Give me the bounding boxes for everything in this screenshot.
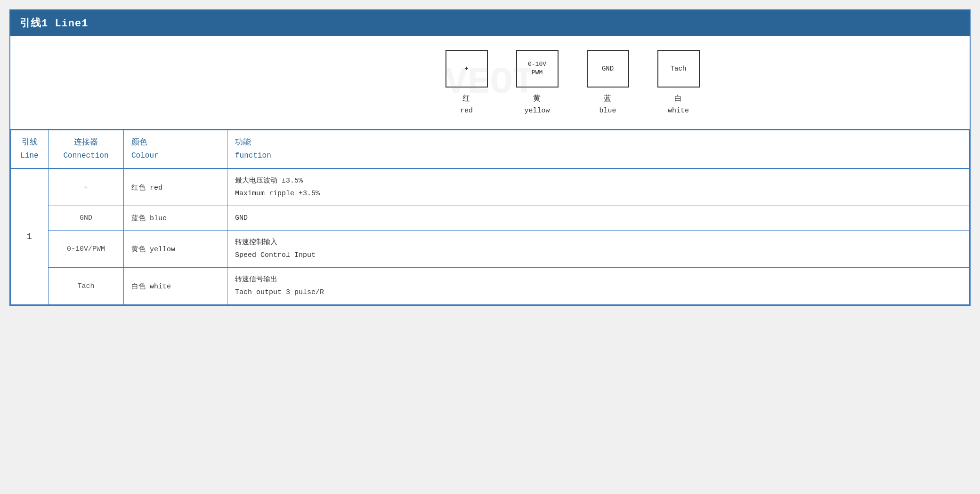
connector-box-tach: Tach bbox=[657, 50, 700, 88]
table-row-plus: 1 + 红色 red 最大电压波动 ±3.5% Maximum ripple ±… bbox=[11, 168, 970, 206]
label-english-red: red bbox=[460, 105, 473, 117]
diagram-inner: + 红 red 0-10VPWM 黄 yellow GND 蓝 blue bbox=[445, 50, 700, 117]
connector-tach: Tach 白 white bbox=[657, 50, 700, 117]
function-tach: 转速信号输出 Tach output 3 pulse/R bbox=[227, 268, 970, 305]
header-connection: 连接器 Connection bbox=[49, 130, 124, 169]
connector-gnd: GND 蓝 blue bbox=[587, 50, 629, 117]
function-gnd: GND bbox=[227, 206, 970, 231]
connector-label-plus: 红 red bbox=[460, 93, 473, 117]
diagram-section: VEOT + 红 red 0-10VPWM 黄 yellow GND bbox=[10, 36, 970, 130]
connector-label-pwm: 黄 yellow bbox=[524, 93, 550, 117]
function-red-english: Maximum ripple ±3.5% bbox=[235, 187, 962, 200]
color-blue: 蓝色 blue bbox=[124, 206, 227, 231]
connector-label-tach: 白 white bbox=[668, 93, 689, 117]
main-table: 引线 Line 连接器 Connection 颜色 Colour 功能 func… bbox=[10, 130, 970, 305]
label-chinese-white: 白 bbox=[674, 93, 682, 105]
connection-pwm-row: 0-10V/PWM bbox=[49, 231, 124, 268]
function-gnd-text: GND bbox=[235, 214, 248, 222]
connector-pwm: 0-10VPWM 黄 yellow bbox=[516, 50, 559, 117]
color-red: 红色 red bbox=[124, 168, 227, 206]
table-title: 引线1 Line1 bbox=[10, 10, 970, 36]
header-function-english: function bbox=[235, 150, 962, 162]
header-line-chinese: 引线 bbox=[18, 136, 40, 150]
connector-box-gnd: GND bbox=[587, 50, 629, 88]
connection-tach-row: Tach bbox=[49, 268, 124, 305]
color-yellow: 黄色 yellow bbox=[124, 231, 227, 268]
header-connection-english: Connection bbox=[56, 150, 116, 162]
table-row-tach: Tach 白色 white 转速信号输出 Tach output 3 pulse… bbox=[11, 268, 970, 305]
header-colour: 颜色 Colour bbox=[124, 130, 227, 169]
header-function: 功能 function bbox=[227, 130, 970, 169]
connection-gnd: GND bbox=[49, 206, 124, 231]
function-pwm-english: Speed Control Input bbox=[235, 249, 962, 262]
header-colour-chinese: 颜色 bbox=[131, 136, 219, 150]
connection-plus: + bbox=[49, 168, 124, 206]
label-english-white: white bbox=[668, 105, 689, 117]
connector-label-gnd: 蓝 blue bbox=[599, 93, 616, 117]
line-cell-1: 1 bbox=[11, 168, 49, 305]
connector-box-pwm: 0-10VPWM bbox=[516, 50, 559, 88]
label-english-yellow: yellow bbox=[524, 105, 550, 117]
table-row-gnd: GND 蓝色 blue GND bbox=[11, 206, 970, 231]
function-pwm: 转速控制输入 Speed Control Input bbox=[227, 231, 970, 268]
function-red: 最大电压波动 ±3.5% Maximum ripple ±3.5% bbox=[227, 168, 970, 206]
header-colour-english: Colour bbox=[131, 150, 219, 162]
main-container: 引线1 Line1 VEOT + 红 red 0-10VPWM 黄 yellow bbox=[9, 9, 971, 306]
function-pwm-chinese: 转速控制输入 bbox=[235, 236, 962, 249]
title-text: 引线1 Line1 bbox=[20, 18, 88, 30]
header-connection-chinese: 连接器 bbox=[56, 136, 116, 150]
header-row: 引线 Line 连接器 Connection 颜色 Colour 功能 func… bbox=[11, 130, 970, 169]
connector-box-plus: + bbox=[445, 50, 488, 88]
label-chinese-blue: 蓝 bbox=[604, 93, 611, 105]
color-white: 白色 white bbox=[124, 268, 227, 305]
header-line-english: Line bbox=[18, 150, 40, 162]
header-function-chinese: 功能 bbox=[235, 136, 962, 150]
label-chinese-yellow: 黄 bbox=[533, 93, 541, 105]
label-chinese-red: 红 bbox=[462, 93, 470, 105]
function-tach-english: Tach output 3 pulse/R bbox=[235, 286, 962, 299]
header-line: 引线 Line bbox=[11, 130, 49, 169]
table-row-pwm: 0-10V/PWM 黄色 yellow 转速控制输入 Speed Control… bbox=[11, 231, 970, 268]
function-red-chinese: 最大电压波动 ±3.5% bbox=[235, 175, 962, 187]
function-tach-chinese: 转速信号输出 bbox=[235, 273, 962, 286]
label-english-blue: blue bbox=[599, 105, 616, 117]
connector-plus: + 红 red bbox=[445, 50, 488, 117]
